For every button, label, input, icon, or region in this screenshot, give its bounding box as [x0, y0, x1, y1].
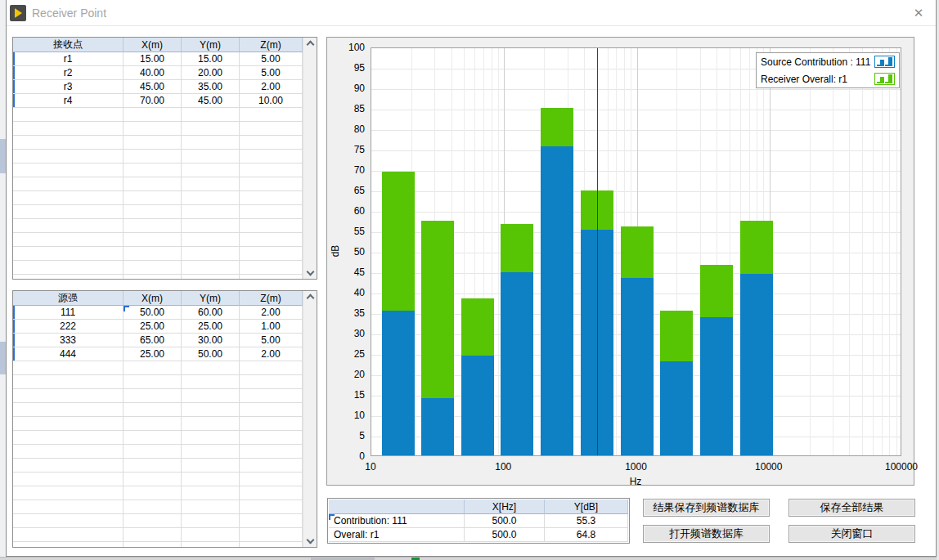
- column-header[interactable]: Z(m): [240, 38, 303, 52]
- receiver-table-scrollbar[interactable]: [303, 38, 317, 279]
- table-cell[interactable]: 30.00: [182, 334, 240, 347]
- table-cell[interactable]: [124, 431, 182, 445]
- table-cell[interactable]: [124, 219, 182, 233]
- table-cell[interactable]: [124, 191, 182, 205]
- table-cell[interactable]: [182, 542, 240, 547]
- table-cell[interactable]: [124, 473, 182, 486]
- table-cell[interactable]: 333: [13, 334, 124, 347]
- table-cell[interactable]: [124, 233, 182, 247]
- table-cell[interactable]: [13, 417, 124, 431]
- table-cell[interactable]: [240, 150, 303, 164]
- table-cell[interactable]: [124, 122, 182, 136]
- table-cell[interactable]: [124, 403, 182, 417]
- table-cell[interactable]: [240, 473, 303, 486]
- table-cell[interactable]: [240, 122, 303, 136]
- table-cell[interactable]: [240, 177, 303, 191]
- table-cell[interactable]: [182, 136, 240, 150]
- table-cell[interactable]: [182, 177, 240, 191]
- table-cell[interactable]: [240, 136, 303, 150]
- table-cell[interactable]: 65.00: [124, 334, 182, 347]
- table-cell[interactable]: [182, 361, 240, 375]
- table-cell[interactable]: 60.00: [182, 306, 240, 320]
- table-cell[interactable]: 70.00: [124, 94, 182, 108]
- table-cell[interactable]: [240, 459, 303, 473]
- table-cell[interactable]: [13, 389, 124, 403]
- table-cell[interactable]: [124, 164, 182, 177]
- table-cell[interactable]: [182, 150, 240, 164]
- save-to-spectrum-db-button[interactable]: 结果保存到频谱数据库: [643, 499, 770, 517]
- title-bar[interactable]: Receiver Point ✕: [7, 0, 936, 26]
- table-cell[interactable]: [182, 108, 240, 122]
- column-header[interactable]: 源强: [13, 291, 124, 306]
- table-cell[interactable]: [240, 108, 303, 122]
- table-cell[interactable]: 45.00: [124, 80, 182, 94]
- table-cell[interactable]: 25.00: [124, 320, 182, 334]
- table-cell[interactable]: [240, 431, 303, 445]
- table-cell[interactable]: [240, 389, 303, 403]
- table-cell[interactable]: 55.3: [545, 514, 628, 528]
- scroll-down-icon[interactable]: [306, 268, 314, 276]
- column-header[interactable]: Y(m): [182, 38, 240, 52]
- column-header[interactable]: Y[dB]: [545, 500, 628, 514]
- table-cell[interactable]: 1.00: [240, 320, 303, 334]
- table-cell[interactable]: r4: [13, 94, 124, 108]
- table-cell[interactable]: [13, 542, 124, 547]
- table-cell[interactable]: [13, 205, 124, 219]
- table-cell[interactable]: [13, 375, 124, 389]
- table-cell[interactable]: [240, 486, 303, 500]
- table-cell[interactable]: [240, 417, 303, 431]
- table-cell[interactable]: [240, 164, 303, 177]
- table-cell[interactable]: [13, 403, 124, 417]
- table-cell[interactable]: [13, 136, 124, 150]
- table-cell[interactable]: [13, 473, 124, 486]
- table-cell[interactable]: 222: [13, 320, 124, 334]
- table-cell[interactable]: [13, 177, 124, 191]
- table-cell[interactable]: 111: [13, 306, 124, 320]
- table-cell[interactable]: [124, 514, 182, 528]
- table-cell[interactable]: [124, 375, 182, 389]
- plot-area[interactable]: [371, 47, 901, 456]
- table-cell[interactable]: [124, 445, 182, 459]
- table-cell[interactable]: 45.00: [182, 94, 240, 108]
- close-window-button[interactable]: 关闭窗口: [788, 525, 915, 543]
- table-cell[interactable]: [124, 542, 182, 547]
- table-cell[interactable]: [13, 445, 124, 459]
- chart-cursor-line[interactable]: [597, 48, 598, 455]
- table-cell[interactable]: 5.00: [240, 334, 303, 347]
- table-cell[interactable]: 500.0: [465, 514, 545, 528]
- table-cell[interactable]: [13, 431, 124, 445]
- table-cell[interactable]: [13, 261, 124, 275]
- table-cell[interactable]: [13, 275, 124, 279]
- table-cell[interactable]: [182, 431, 240, 445]
- column-header[interactable]: [329, 500, 465, 514]
- table-cell[interactable]: [13, 219, 124, 233]
- table-cell[interactable]: [124, 136, 182, 150]
- save-all-results-button[interactable]: 保存全部结果: [788, 499, 915, 517]
- scroll-up-icon[interactable]: [306, 41, 314, 49]
- table-cell[interactable]: [182, 275, 240, 279]
- table-cell[interactable]: 64.8: [545, 528, 628, 542]
- table-cell[interactable]: 25.00: [124, 347, 182, 361]
- table-cell[interactable]: [13, 486, 124, 500]
- table-cell[interactable]: [13, 233, 124, 247]
- table-cell[interactable]: [240, 247, 303, 261]
- table-cell[interactable]: 15.00: [182, 52, 240, 66]
- table-cell[interactable]: [13, 361, 124, 375]
- column-header[interactable]: Z(m): [240, 291, 303, 306]
- table-cell[interactable]: [182, 122, 240, 136]
- table-cell[interactable]: [240, 233, 303, 247]
- legend-entry[interactable]: Source Contribution : 111: [757, 53, 899, 70]
- table-cell[interactable]: r1: [13, 52, 124, 66]
- table-cell[interactable]: [182, 164, 240, 177]
- close-icon[interactable]: ✕: [910, 5, 928, 21]
- table-cell[interactable]: [182, 247, 240, 261]
- table-cell[interactable]: 5.00: [240, 66, 303, 80]
- table-cell[interactable]: [240, 219, 303, 233]
- legend-entry[interactable]: Receiver Overall: r1: [757, 70, 899, 87]
- table-cell[interactable]: [124, 486, 182, 500]
- table-cell[interactable]: 10.00: [240, 94, 303, 108]
- table-cell[interactable]: [182, 445, 240, 459]
- table-cell[interactable]: Overall: r1: [329, 528, 465, 542]
- table-cell[interactable]: [182, 417, 240, 431]
- table-cell[interactable]: [124, 459, 182, 473]
